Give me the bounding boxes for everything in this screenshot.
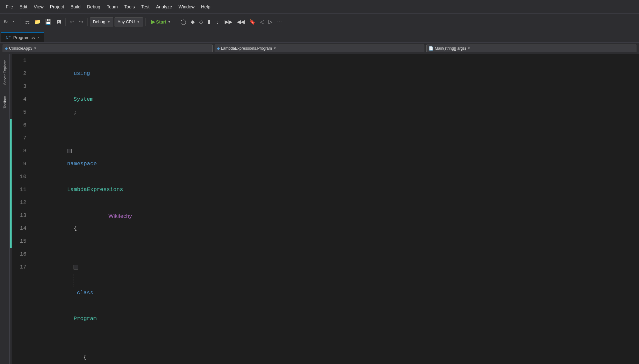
- toolbar-separator-2: [66, 18, 66, 26]
- type-program: Program: [74, 316, 96, 322]
- project-nav-dropdown[interactable]: ◆ ConsoleApp3 ▼: [3, 45, 213, 52]
- project-nav-label: ConsoleApp3: [9, 46, 32, 51]
- line-num-16: 16: [12, 248, 31, 261]
- server-explorer-tab[interactable]: Server Explorer: [2, 57, 8, 87]
- kw-namespace: namespace: [67, 161, 97, 167]
- class-nav-icon: ◆: [217, 46, 220, 51]
- toolbar-btn-7[interactable]: ◀◀: [235, 18, 246, 26]
- collapse-namespace[interactable]: −: [67, 149, 72, 153]
- menu-analyze[interactable]: Analyze: [153, 3, 175, 11]
- undo-button[interactable]: ↩: [68, 18, 76, 26]
- open-file-button[interactable]: 📁: [33, 18, 42, 26]
- toolbar-separator-1: [21, 18, 21, 26]
- bookmark-button[interactable]: 🔖: [248, 18, 257, 26]
- tab-filename: Program.cs: [13, 35, 35, 40]
- main-area: Server Explorer Toolbox 1 2: [0, 54, 639, 364]
- new-project-button[interactable]: ☵: [24, 18, 31, 26]
- menu-project[interactable]: Project: [47, 3, 67, 11]
- menu-tools[interactable]: Tools: [121, 3, 138, 11]
- start-button[interactable]: ▶ Start ▼: [148, 18, 174, 26]
- line-num-6: 6: [12, 119, 31, 132]
- line-num-10: 10: [12, 170, 31, 183]
- start-icon: ▶: [151, 19, 155, 25]
- line-num-5: 5: [12, 106, 31, 119]
- cpu-config-label: Any CPU: [117, 19, 135, 24]
- toolbar-btn-3[interactable]: ◇: [198, 18, 205, 26]
- program-cs-tab[interactable]: C# Program.cs ×: [1, 32, 44, 42]
- debug-config-dropdown[interactable]: Debug ▼: [90, 17, 113, 26]
- tab-close-icon[interactable]: ×: [37, 35, 39, 39]
- kw-using: using: [74, 70, 90, 76]
- code-content[interactable]: using System ; − namespace LambdaExpress…: [31, 54, 639, 364]
- toolbar-separator-5: [176, 18, 176, 26]
- toolbar-btn-5[interactable]: ⋮: [213, 18, 222, 26]
- cpu-config-dropdown[interactable]: Any CPU ▼: [115, 17, 143, 26]
- namespace-name: LambdaExpressions: [67, 187, 123, 193]
- line-num-12: 12: [12, 196, 31, 209]
- line-num-8: 8: [12, 145, 31, 157]
- project-nav-arrow: ▼: [34, 46, 37, 50]
- code-line-3: { Wikitechy: [31, 209, 639, 248]
- line-num-4: 4: [12, 93, 31, 106]
- code-line-2: − namespace LambdaExpressions: [31, 132, 639, 209]
- line-num-14: 14: [12, 222, 31, 235]
- line-num-13: 13: [12, 209, 31, 222]
- code-line-4: − class Program: [31, 248, 639, 338]
- line-num-9: 9: [12, 157, 31, 170]
- type-system: System: [74, 96, 93, 102]
- menu-build[interactable]: Build: [67, 3, 84, 11]
- toolbar-btn-1[interactable]: ◯: [179, 18, 188, 26]
- menu-view[interactable]: View: [31, 3, 47, 11]
- toolbar: ↻ ↼ ☵ 📁 💾 🖪 ↩ ↪ Debug ▼ Any CPU ▼ ▶ Star…: [0, 14, 639, 30]
- menu-debug[interactable]: Debug: [84, 3, 104, 11]
- toolbar-btn-4[interactable]: ▮: [206, 18, 212, 26]
- tab-file-icon: C#: [6, 35, 11, 40]
- line-num-11: 11: [12, 183, 31, 196]
- code-line-5: {: [31, 338, 639, 364]
- toolbar-separator-3: [87, 18, 87, 26]
- project-nav-icon: ◆: [5, 46, 8, 51]
- save-all-button[interactable]: 🖪: [55, 18, 63, 26]
- toolbar-btn-10[interactable]: ⋯: [275, 18, 284, 26]
- save-button[interactable]: 💾: [44, 18, 53, 26]
- collapse-class[interactable]: −: [74, 265, 78, 269]
- toolbar-btn-8[interactable]: ◁: [259, 18, 266, 26]
- line-num-1: 1: [12, 54, 31, 67]
- line-num-7: 7: [12, 132, 31, 145]
- menu-bar: File Edit View Project Build Debug Team …: [0, 0, 639, 14]
- class-nav-arrow: ▼: [273, 46, 277, 50]
- menu-file[interactable]: File: [3, 3, 16, 11]
- menu-test[interactable]: Test: [138, 3, 153, 11]
- toolbox-tab[interactable]: Toolbox: [2, 94, 8, 111]
- line-numbers: 1 2 3 4 5 6 7 8 9 10 11 12 13 14 15 16 1…: [12, 54, 31, 364]
- toolbar-btn-2[interactable]: ◆: [189, 18, 196, 26]
- menu-window[interactable]: Window: [175, 3, 198, 11]
- tab-bar: C# Program.cs ×: [0, 30, 639, 43]
- debug-config-arrow: ▼: [107, 20, 110, 24]
- class-nav-dropdown[interactable]: ◆ LambdaExpressions.Program ▼: [215, 45, 425, 52]
- method-nav-dropdown[interactable]: 📄 Main(string[] args) ▼: [426, 45, 636, 52]
- start-arrow: ▼: [168, 20, 171, 24]
- toolbar-btn-6[interactable]: ▶▶: [223, 18, 234, 26]
- nav-bar: ◆ ConsoleApp3 ▼ ◆ LambdaExpressions.Prog…: [0, 43, 639, 54]
- method-nav-arrow: ▼: [467, 46, 471, 50]
- watermark-text: Wikitechy: [108, 210, 132, 223]
- back-button[interactable]: ↻: [2, 18, 9, 26]
- menu-edit[interactable]: Edit: [16, 3, 31, 11]
- line-num-15: 15: [12, 235, 31, 248]
- start-label: Start: [156, 19, 167, 25]
- line-num-3: 3: [12, 80, 31, 93]
- redo-button[interactable]: ↪: [77, 18, 85, 26]
- toolbar-separator-4: [146, 18, 146, 26]
- menu-team[interactable]: Team: [104, 3, 121, 11]
- left-sidebar: Server Explorer Toolbox: [0, 54, 10, 364]
- cpu-config-arrow: ▼: [137, 20, 140, 24]
- code-line-1: using System ;: [31, 54, 639, 132]
- class-nav-label: LambdaExpressions.Program: [221, 46, 272, 51]
- code-editor[interactable]: 1 2 3 4 5 6 7 8 9 10 11 12 13 14 15 16 1…: [10, 54, 639, 364]
- kw-class: class: [74, 290, 93, 296]
- method-nav-icon: 📄: [429, 46, 433, 51]
- toolbar-btn-9[interactable]: ▷: [267, 18, 274, 26]
- forward-button[interactable]: ↼: [11, 18, 18, 26]
- menu-help[interactable]: Help: [198, 3, 214, 11]
